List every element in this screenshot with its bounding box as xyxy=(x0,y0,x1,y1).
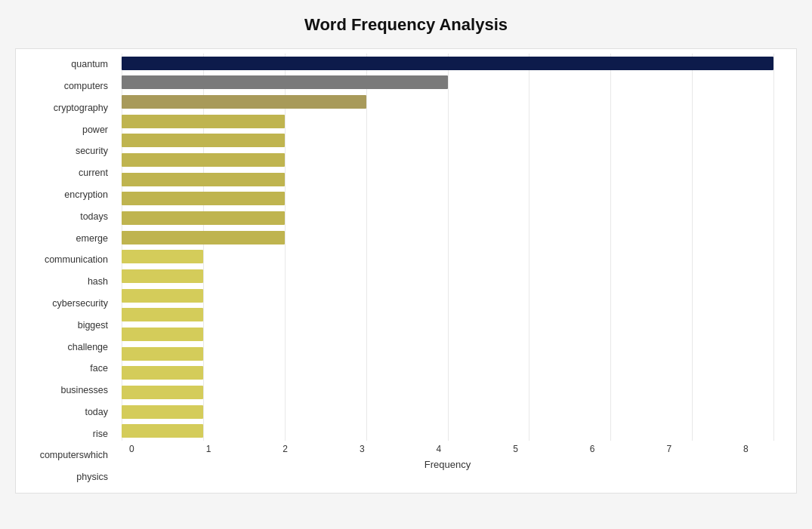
bar-row xyxy=(122,131,773,151)
grid-line xyxy=(773,54,774,441)
bar-row xyxy=(122,150,773,170)
x-tick: 5 xyxy=(513,444,590,454)
bar-row xyxy=(122,92,773,112)
bar-row xyxy=(122,112,773,131)
bar xyxy=(122,328,203,341)
bar xyxy=(122,95,366,109)
bar-row xyxy=(122,286,773,306)
bar xyxy=(122,134,285,147)
y-label: computers xyxy=(64,76,108,96)
y-label: encryption xyxy=(64,185,108,205)
y-axis-labels: quantumcomputerscryptographypowersecurit… xyxy=(16,49,114,493)
bar-row xyxy=(122,248,773,267)
bar-row xyxy=(122,73,773,93)
x-tick: 8 xyxy=(743,444,751,454)
x-tick: 0 xyxy=(129,444,206,454)
bars-and-grid: 012345678 Frequency xyxy=(114,49,796,493)
x-axis: 012345678 xyxy=(122,444,773,454)
y-label: emerge xyxy=(76,229,108,248)
bar-row xyxy=(122,402,773,422)
chart-area: quantumcomputerscryptographypowersecurit… xyxy=(15,48,797,494)
grid-and-bars xyxy=(122,54,773,441)
y-label: todays xyxy=(80,207,108,226)
bar-row xyxy=(122,54,773,73)
y-label: hash xyxy=(88,272,108,291)
chart-title: Word Frequency Analysis xyxy=(15,15,797,35)
y-label: communication xyxy=(45,251,108,270)
x-tick: 6 xyxy=(590,444,667,454)
y-label: today xyxy=(85,402,108,422)
bar-row xyxy=(122,266,773,286)
bars-column xyxy=(122,54,773,441)
y-label: face xyxy=(90,359,108,379)
bar xyxy=(122,405,203,419)
bar-row xyxy=(122,421,773,441)
x-tick: 3 xyxy=(360,444,437,454)
chart-container: Word Frequency Analysis quantumcomputers… xyxy=(0,0,812,529)
bar-row xyxy=(122,208,773,228)
bar xyxy=(122,269,203,283)
y-label: cryptography xyxy=(54,98,108,118)
bar xyxy=(122,115,285,128)
bar xyxy=(122,57,773,70)
y-label: challenge xyxy=(67,337,108,357)
bar xyxy=(122,250,203,263)
y-label: businesses xyxy=(60,380,108,400)
bar xyxy=(122,211,285,225)
bar xyxy=(122,424,203,438)
bar xyxy=(122,386,203,399)
bar xyxy=(122,231,285,245)
bar xyxy=(122,75,448,89)
y-label: rise xyxy=(93,424,108,444)
chart-inner: quantumcomputerscryptographypowersecurit… xyxy=(16,49,796,493)
bar xyxy=(122,366,203,380)
bar-row xyxy=(122,383,773,402)
bar-row xyxy=(122,170,773,189)
bar-row xyxy=(122,324,773,344)
bar-row xyxy=(122,344,773,364)
y-label: biggest xyxy=(78,315,108,335)
x-tick: 4 xyxy=(437,444,514,454)
y-label: security xyxy=(76,142,108,161)
x-tick: 7 xyxy=(666,444,743,454)
bar xyxy=(122,308,203,321)
bar xyxy=(122,173,285,186)
x-tick: 1 xyxy=(206,444,283,454)
bar xyxy=(122,153,285,167)
x-tick: 2 xyxy=(283,444,360,454)
bar-row xyxy=(122,228,773,248)
y-label: physics xyxy=(76,468,108,487)
y-label: cybersecurity xyxy=(52,294,108,313)
bar xyxy=(122,347,203,361)
bar-row xyxy=(122,306,773,325)
y-label: computerswhich xyxy=(40,446,108,466)
x-axis-label: Frequency xyxy=(122,459,773,470)
bar xyxy=(122,289,203,303)
bar-row xyxy=(122,364,773,383)
bar-row xyxy=(122,189,773,209)
y-label: quantum xyxy=(71,54,108,74)
bar xyxy=(122,192,285,205)
y-label: current xyxy=(79,163,108,183)
y-label: power xyxy=(82,120,108,140)
